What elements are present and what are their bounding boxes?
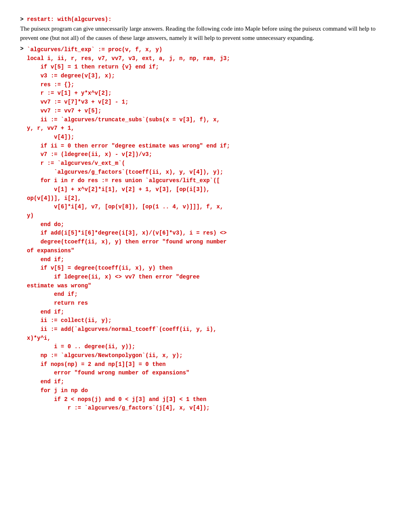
prompt-symbol-2: > [20,46,27,52]
code-block: `algcurves/lift_exp` := proc(v, f, x, y)… [27,46,391,413]
cmd1: restart: with(algcurves): [27,16,112,23]
prompt-symbol-1: > [20,16,27,23]
code-section: > `algcurves/lift_exp` := proc(v, f, x, … [20,46,391,413]
page-container: > restart: with(algcurves): The puiseux … [20,16,391,413]
prose-paragraph: The puiseux program can give unnecessari… [20,24,391,42]
prompt-line-1: > restart: with(algcurves): [20,16,391,23]
